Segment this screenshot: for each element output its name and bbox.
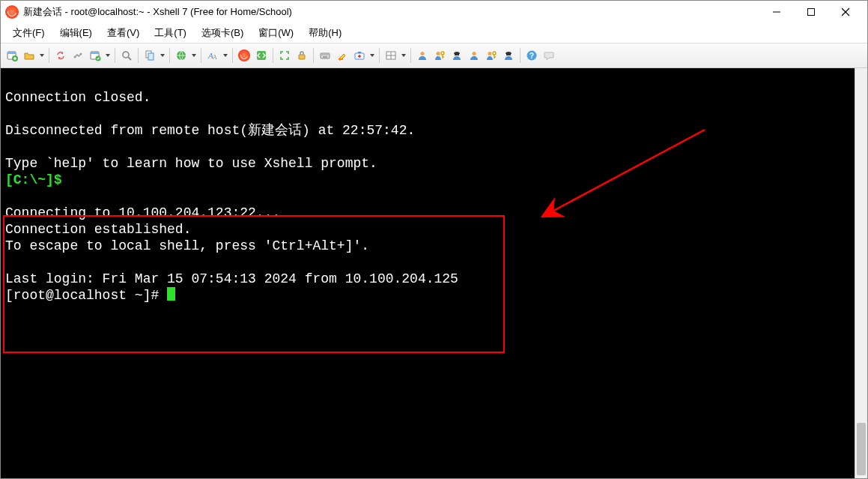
close-button[interactable] <box>828 1 863 23</box>
copy-dropdown[interactable] <box>159 54 166 57</box>
terminal-line: Connection closed. <box>5 90 151 105</box>
svg-rect-30 <box>323 57 327 58</box>
menu-help[interactable]: 帮助(H) <box>301 24 349 42</box>
svg-point-41 <box>441 52 444 55</box>
svg-point-39 <box>421 52 425 55</box>
layout-dropdown[interactable] <box>400 54 407 57</box>
window-titlebar: 新建会话 - root@localhost:~ - Xshell 7 (Free… <box>1 1 867 23</box>
font-icon[interactable]: AA <box>204 47 221 64</box>
toolbar-separator <box>379 48 380 63</box>
window-controls <box>759 1 863 23</box>
user-key-icon[interactable] <box>431 47 448 64</box>
xftp-icon[interactable] <box>253 47 270 64</box>
toolbar-separator <box>169 48 170 63</box>
svg-rect-1 <box>808 9 815 16</box>
svg-rect-44 <box>455 54 459 55</box>
svg-point-40 <box>437 52 440 55</box>
toolbar: AA ? <box>1 43 867 68</box>
maximize-button[interactable] <box>794 1 828 23</box>
svg-rect-50 <box>506 54 511 55</box>
svg-point-14 <box>123 52 129 58</box>
toolbar-separator <box>49 48 49 63</box>
vertical-scrollbar[interactable] <box>855 68 867 478</box>
font-dropdown[interactable] <box>222 54 229 57</box>
toolbar-separator <box>138 48 139 63</box>
menu-tabs[interactable]: 选项卡(B) <box>194 24 251 42</box>
minimize-button[interactable] <box>759 1 794 23</box>
reconnect-icon[interactable] <box>52 47 69 64</box>
svg-rect-27 <box>325 55 326 55</box>
svg-rect-23 <box>321 53 330 58</box>
properties-icon[interactable] <box>87 47 103 64</box>
menu-view[interactable]: 查看(V) <box>100 24 147 42</box>
svg-rect-25 <box>322 55 323 55</box>
find-icon[interactable] <box>118 47 135 64</box>
app-icon <box>5 5 19 19</box>
window-title: 新建会话 - root@localhost:~ - Xshell 7 (Free… <box>23 5 759 19</box>
menu-tools[interactable]: 工具(T) <box>147 24 194 42</box>
terminal-line: Connecting to 10.100.204.123:22... <box>5 205 280 220</box>
svg-line-3 <box>842 8 849 16</box>
chat-icon[interactable] <box>541 47 557 64</box>
terminal-line: To escape to local shell, press 'Ctrl+Al… <box>5 238 369 253</box>
web-dropdown[interactable] <box>190 54 198 57</box>
terminal-output: Connection closed. Disconnected from rem… <box>1 68 867 478</box>
web-icon[interactable] <box>173 47 189 64</box>
toolbar-separator <box>313 48 314 63</box>
svg-line-15 <box>128 57 131 60</box>
help-icon[interactable]: ? <box>523 47 540 64</box>
toolbar-separator <box>520 48 521 63</box>
user-key-2-icon[interactable] <box>483 47 500 64</box>
svg-point-9 <box>74 56 76 58</box>
terminal-area[interactable]: Connection closed. Disconnected from rem… <box>1 68 867 478</box>
toolbar-separator <box>273 48 273 63</box>
layout-icon[interactable] <box>383 47 399 64</box>
svg-line-2 <box>842 8 849 16</box>
lock-icon[interactable] <box>294 47 310 64</box>
properties-dropdown[interactable] <box>104 54 112 57</box>
fullscreen-icon[interactable] <box>276 47 293 64</box>
menu-edit[interactable]: 编辑(E) <box>52 24 100 42</box>
local-prompt: [C:\~]$ <box>5 172 62 187</box>
toolbar-separator <box>410 48 411 63</box>
svg-rect-33 <box>358 52 361 53</box>
xshell-logo-icon[interactable] <box>236 47 252 64</box>
svg-rect-22 <box>299 55 305 59</box>
user-agent-icon[interactable] <box>449 47 465 64</box>
medkit-icon[interactable] <box>351 47 368 64</box>
toolbar-separator <box>232 48 233 63</box>
toolbar-separator <box>201 48 201 63</box>
keyboard-icon[interactable] <box>317 47 333 64</box>
svg-rect-29 <box>328 55 329 55</box>
svg-rect-17 <box>148 53 154 60</box>
terminal-line: Last login: Fri Mar 15 07:54:13 2024 fro… <box>5 271 458 286</box>
user-orange-icon[interactable] <box>414 47 431 64</box>
remote-prompt: [root@localhost ~]# <box>5 288 167 303</box>
svg-point-47 <box>493 52 496 55</box>
copy-icon[interactable] <box>142 47 158 64</box>
svg-rect-26 <box>324 55 324 55</box>
scrollbar-thumb[interactable] <box>857 423 866 475</box>
user-agent-2-icon[interactable] <box>500 47 517 64</box>
menu-window[interactable]: 窗口(W) <box>251 24 301 42</box>
medkit-dropdown[interactable] <box>368 54 376 57</box>
svg-rect-28 <box>327 55 327 55</box>
svg-text:?: ? <box>529 52 534 60</box>
highlight-icon[interactable] <box>334 47 350 64</box>
disconnect-icon[interactable] <box>70 47 86 64</box>
menubar: 文件(F) 编辑(E) 查看(V) 工具(T) 选项卡(B) 窗口(W) 帮助(… <box>1 23 867 43</box>
terminal-line: Disconnected from remote host(新建会话) at 2… <box>5 123 415 138</box>
cursor-icon <box>167 287 175 301</box>
open-session-icon[interactable] <box>21 47 37 64</box>
svg-text:A: A <box>213 54 217 61</box>
svg-rect-5 <box>7 52 16 54</box>
new-session-icon[interactable] <box>4 47 20 64</box>
toolbar-separator <box>115 48 115 63</box>
user-orange-2-icon[interactable] <box>466 47 482 64</box>
svg-rect-12 <box>91 52 99 54</box>
svg-point-45 <box>473 52 476 55</box>
svg-point-10 <box>80 53 82 55</box>
svg-point-46 <box>488 52 492 55</box>
menu-file[interactable]: 文件(F) <box>5 24 52 42</box>
open-session-dropdown[interactable] <box>38 54 46 57</box>
